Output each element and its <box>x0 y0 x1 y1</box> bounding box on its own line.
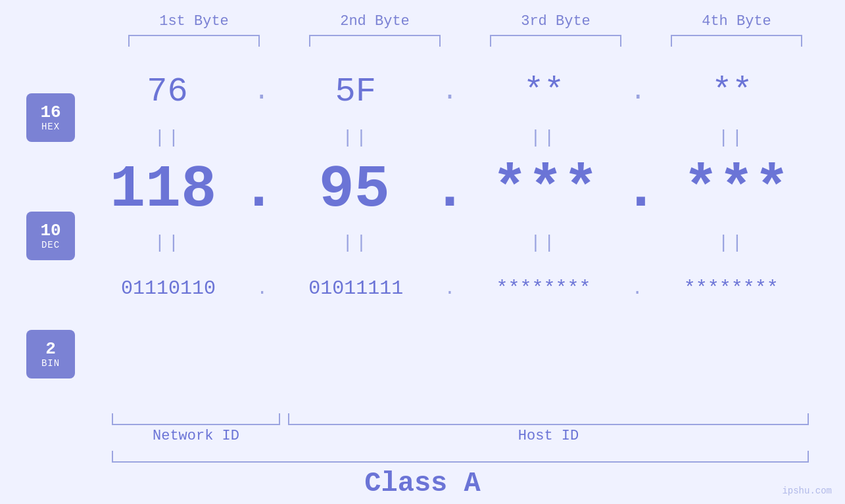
sep-row-2: || || || || <box>88 229 811 256</box>
dec-dot-2: . <box>432 146 468 235</box>
class-label: Class A <box>0 468 845 499</box>
dec-b2-cell: 95 <box>282 156 427 223</box>
bracket-host-id <box>288 413 809 425</box>
bracket-top-2 <box>309 35 441 47</box>
hex-dot-2: . <box>442 77 458 106</box>
sep-1-b4: || <box>659 127 804 148</box>
badge-bin: 2 BIN <box>26 330 75 378</box>
hex-b2-value: 5F <box>335 72 376 111</box>
dec-b2-value: 95 <box>319 156 390 223</box>
bin-row: 01110110 . 01011111 . ******** . *******… <box>88 256 811 321</box>
sep-1-b1: || <box>95 127 240 148</box>
bracket-full <box>112 451 809 463</box>
dec-row: 118 . 95 . *** . *** <box>88 150 811 229</box>
hex-b2-cell: 5F <box>283 72 428 111</box>
bottom-brackets <box>112 413 809 425</box>
watermark: ipshu.com <box>782 486 832 496</box>
byte-headers: 1st Byte 2nd Byte 3rd Byte 4th Byte <box>104 13 827 30</box>
bracket-top-1 <box>128 35 260 47</box>
bin-b2-value: 01011111 <box>308 277 403 300</box>
hex-b1-value: 76 <box>147 72 187 111</box>
hex-b4-cell: ** <box>660 72 804 111</box>
dec-dot-1: . <box>241 146 276 235</box>
bracket-top-4 <box>671 35 802 47</box>
hex-b1-cell: 76 <box>95 72 240 111</box>
byte-header-3: 3rd Byte <box>483 13 628 30</box>
badge-hex-label: HEX <box>41 122 60 132</box>
bracket-top-3 <box>490 35 621 47</box>
bin-dot-2: . <box>445 279 456 299</box>
bin-b1-cell: 01110110 <box>96 277 241 300</box>
bracket-network-id <box>112 413 280 425</box>
badge-bin-label: BIN <box>41 358 60 369</box>
sep-2-b2: || <box>283 233 428 253</box>
content-area: 16 HEX 10 DEC 2 BIN 76 . 5F <box>0 58 845 413</box>
hex-row: 76 . 5F . ** . ** <box>88 58 811 124</box>
badge-bin-num: 2 <box>45 340 56 359</box>
badge-hex-num: 16 <box>40 103 60 122</box>
badge-dec: 10 DEC <box>26 212 75 260</box>
rows-area: 76 . 5F . ** . ** || || <box>88 58 838 321</box>
dec-b3-cell: *** <box>473 156 617 223</box>
sep-2-b4: || <box>659 233 804 253</box>
byte-header-2: 2nd Byte <box>302 13 447 30</box>
dec-b4-cell: *** <box>664 156 809 223</box>
byte-header-4: 4th Byte <box>664 13 809 30</box>
badges-column: 16 HEX 10 DEC 2 BIN <box>26 58 75 413</box>
sep-2-b1: || <box>95 233 240 253</box>
bin-b1-value: 01110110 <box>121 277 216 300</box>
host-id-label: Host ID <box>288 428 809 444</box>
top-brackets <box>104 35 827 47</box>
hex-b3-value: ** <box>523 72 564 111</box>
badge-dec-label: DEC <box>41 240 60 250</box>
main-container: 1st Byte 2nd Byte 3rd Byte 4th Byte 16 H… <box>0 0 845 504</box>
network-id-label: Network ID <box>112 428 280 444</box>
dec-b4-value: *** <box>683 156 790 223</box>
byte-header-1: 1st Byte <box>122 13 266 30</box>
dec-b1-value: 118 <box>110 156 216 223</box>
hex-dot-3: . <box>630 77 646 106</box>
badge-hex: 16 HEX <box>26 93 75 142</box>
sep-1-b3: || <box>471 127 616 148</box>
hex-dot-1: . <box>254 77 270 106</box>
bottom-section: Network ID Host ID Class A <box>0 413 845 499</box>
sep-1-b2: || <box>283 127 428 148</box>
id-labels: Network ID Host ID <box>112 428 809 444</box>
bin-b4-value: ******** <box>684 277 779 300</box>
dec-b3-value: *** <box>492 156 598 223</box>
sep-2-b3: || <box>471 233 616 253</box>
badge-dec-num: 10 <box>40 221 60 241</box>
bin-b3-cell: ******** <box>471 277 616 300</box>
bin-b2-cell: 01011111 <box>283 277 428 300</box>
bin-b4-cell: ******** <box>659 277 804 300</box>
hex-b3-cell: ** <box>471 72 616 111</box>
bin-dot-3: . <box>632 279 643 299</box>
dec-dot-3: . <box>623 146 658 235</box>
hex-b4-value: ** <box>712 72 752 111</box>
bin-b3-value: ******** <box>496 277 591 300</box>
dec-b1-cell: 118 <box>91 156 235 223</box>
bin-dot-1: . <box>256 279 268 299</box>
